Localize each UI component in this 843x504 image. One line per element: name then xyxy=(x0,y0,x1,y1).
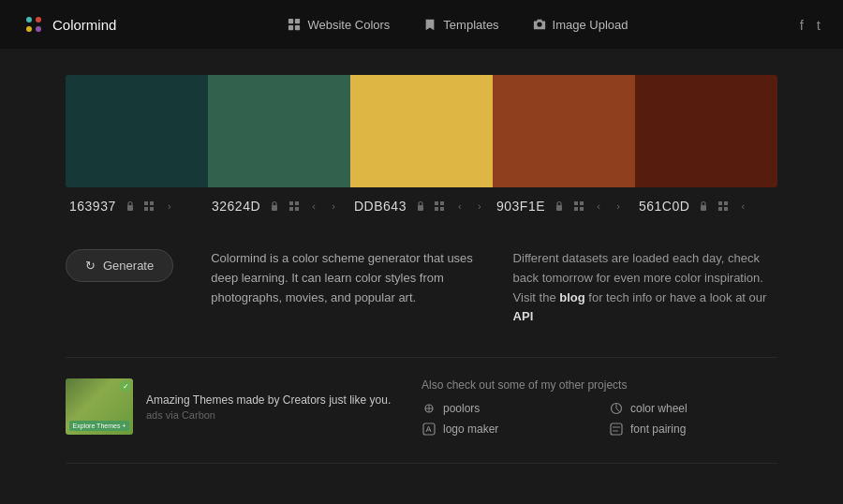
svg-point-2 xyxy=(26,26,32,32)
arrow-left-icon-2[interactable]: ‹ xyxy=(452,199,467,214)
svg-rect-5 xyxy=(295,19,300,23)
svg-rect-22 xyxy=(440,207,444,211)
arrow-right-icon-3[interactable]: › xyxy=(611,199,626,214)
color-info-1: 32624D ‹ › xyxy=(208,189,350,223)
svg-rect-27 xyxy=(580,207,584,211)
arrow-right-icon-1[interactable]: › xyxy=(326,199,341,214)
svg-point-0 xyxy=(26,17,32,22)
ad-text: Amazing Themes made by Creators just lik… xyxy=(146,393,391,421)
logo-maker-label: logo maker xyxy=(443,422,498,436)
grid-icon xyxy=(288,18,301,31)
svg-rect-20 xyxy=(440,201,444,205)
svg-rect-31 xyxy=(718,207,722,211)
swatch-4[interactable] xyxy=(635,75,777,187)
lock-icon-3[interactable] xyxy=(552,199,567,214)
projects-grid: poolors color wheel logo xyxy=(422,401,777,437)
main-divider xyxy=(66,357,777,358)
twitter-icon[interactable]: t xyxy=(817,17,821,33)
swatch-3[interactable] xyxy=(493,75,635,187)
arrow-right-icon-2[interactable]: › xyxy=(472,199,487,214)
ad-area: Explore Themes + ✓ Amazing Themes made b… xyxy=(66,378,422,435)
svg-rect-7 xyxy=(295,25,300,30)
project-font-pairing[interactable]: font pairing xyxy=(609,422,777,437)
description-main: Colormind is a color scheme generator th… xyxy=(211,249,475,307)
blog-link[interactable]: blog xyxy=(559,290,584,304)
svg-rect-4 xyxy=(288,19,293,23)
arrow-left-icon-4[interactable]: ‹ xyxy=(735,199,750,214)
hex-2: DDB643 xyxy=(354,199,407,214)
svg-rect-35 xyxy=(611,423,622,435)
color-wheel-label: color wheel xyxy=(630,402,688,415)
api-link[interactable]: API xyxy=(513,309,534,323)
lock-icon-1[interactable] xyxy=(267,199,282,214)
poolors-label: poolors xyxy=(443,402,480,415)
svg-rect-19 xyxy=(435,201,438,205)
svg-rect-26 xyxy=(574,207,578,211)
color-info-3: 903F1E ‹ › xyxy=(493,189,635,223)
svg-rect-9 xyxy=(144,201,148,205)
svg-rect-34 xyxy=(423,423,435,435)
grid-icon-1[interactable] xyxy=(287,199,302,214)
arrow-left-icon-3[interactable]: ‹ xyxy=(591,199,606,214)
svg-rect-25 xyxy=(580,201,584,205)
arrow-left-icon-1[interactable]: ‹ xyxy=(306,199,321,214)
lock-icon-2[interactable] xyxy=(413,199,428,214)
nav-website-colors[interactable]: Website Colors xyxy=(288,18,390,32)
project-color-wheel[interactable]: color wheel xyxy=(609,401,777,416)
hex-1: 32624D xyxy=(212,199,260,214)
hex-4: 561C0D xyxy=(639,199,689,214)
swatch-1[interactable] xyxy=(208,75,350,187)
color-swatches xyxy=(66,75,777,187)
svg-rect-8 xyxy=(127,205,133,211)
bookmark-icon xyxy=(423,18,436,31)
ad-thumbnail: Explore Themes + ✓ xyxy=(66,378,133,435)
header: Colormind Website Colors Templates Image… xyxy=(0,0,843,49)
svg-rect-12 xyxy=(150,207,154,211)
poolors-icon xyxy=(422,401,436,416)
footer-section: Explore Themes + ✓ Amazing Themes made b… xyxy=(0,362,843,453)
projects-area: Also check out some of my other projects… xyxy=(422,378,777,437)
arrow-right-icon-0[interactable]: › xyxy=(162,199,177,214)
svg-rect-14 xyxy=(289,201,293,205)
color-info-0: 163937 › xyxy=(66,189,208,223)
svg-rect-23 xyxy=(556,205,562,211)
swatch-2[interactable] xyxy=(350,75,493,187)
font-pairing-icon xyxy=(609,422,624,437)
nav-templates[interactable]: Templates xyxy=(423,18,498,32)
description-secondary: Different datasets are loaded each day, … xyxy=(513,249,777,327)
svg-rect-18 xyxy=(418,205,423,211)
svg-rect-16 xyxy=(289,207,293,211)
generate-button[interactable]: ↻ Generate xyxy=(66,249,173,282)
palette-section: 163937 › 32624D ‹ › DDB643 xyxy=(0,49,843,223)
logo-area: Colormind xyxy=(22,13,116,36)
grid-icon-3[interactable] xyxy=(571,199,586,214)
svg-rect-11 xyxy=(144,207,148,211)
color-info-2: DDB643 ‹ › xyxy=(350,189,493,223)
color-wheel-icon xyxy=(609,401,624,416)
hex-0: 163937 xyxy=(69,199,116,214)
camera-icon xyxy=(533,18,546,31)
svg-rect-15 xyxy=(295,201,299,205)
swatch-0[interactable] xyxy=(66,75,208,187)
ad-title: Amazing Themes made by Creators just lik… xyxy=(146,393,391,407)
svg-rect-6 xyxy=(288,25,293,30)
nav-image-upload[interactable]: Image Upload xyxy=(533,18,629,32)
grid-icon-4[interactable] xyxy=(716,199,731,214)
ad-thumb-badge: Explore Themes + xyxy=(69,421,130,431)
project-logo-maker[interactable]: logo maker xyxy=(422,422,590,437)
second-col: Different datasets are loaded each day, … xyxy=(513,249,777,327)
grid-icon-0[interactable] xyxy=(142,199,157,214)
nav-templates-label: Templates xyxy=(443,18,498,32)
facebook-icon[interactable]: f xyxy=(800,17,804,33)
main-nav: Website Colors Templates Image Upload xyxy=(288,18,628,32)
grid-icon-2[interactable] xyxy=(433,199,448,214)
svg-rect-32 xyxy=(724,207,728,211)
lock-icon-0[interactable] xyxy=(123,199,138,214)
svg-rect-29 xyxy=(718,201,722,205)
color-info-row: 163937 › 32624D ‹ › DDB643 xyxy=(66,189,777,223)
project-poolors[interactable]: poolors xyxy=(422,401,590,416)
svg-rect-24 xyxy=(574,201,578,205)
lock-icon-4[interactable] xyxy=(696,199,711,214)
social-links: f t xyxy=(800,17,821,33)
logo-maker-icon xyxy=(422,422,436,437)
